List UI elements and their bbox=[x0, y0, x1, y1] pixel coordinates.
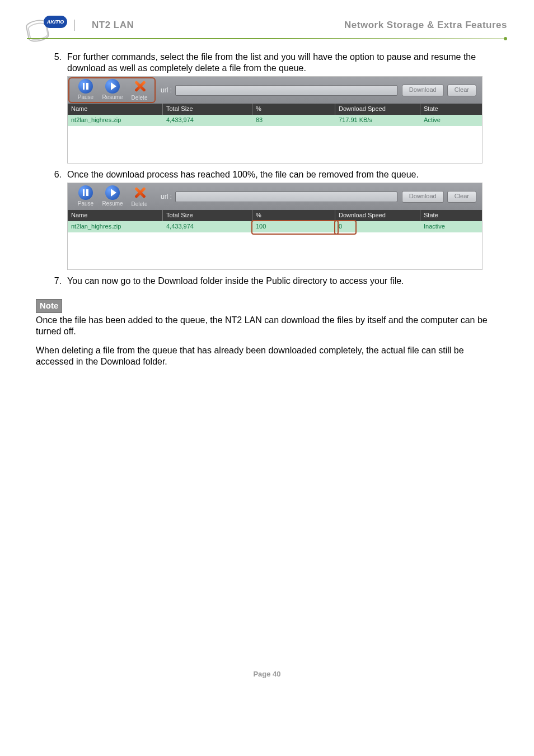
header-divider bbox=[74, 20, 75, 31]
step-6-text: Once the download process has reached 10… bbox=[67, 169, 498, 180]
header-title-right: Network Storage & Extra Features bbox=[344, 20, 507, 31]
table-row[interactable]: nt2lan_highres.zip 4,433,974 100 0 Inact… bbox=[68, 221, 482, 232]
url-label: url : bbox=[161, 193, 172, 201]
url-input[interactable] bbox=[175, 85, 397, 96]
toolbar: Pause Resume Delete url : Do bbox=[68, 77, 482, 104]
step-5: 5. For further commands, select the file… bbox=[36, 52, 498, 74]
pause-icon bbox=[78, 79, 93, 94]
delete-button[interactable]: Delete bbox=[127, 78, 152, 102]
table-row[interactable]: nt2lan_highres.zip 4,433,974 83 717.91 K… bbox=[68, 115, 482, 126]
brand-logo-text: AKITIO bbox=[44, 16, 67, 28]
toolbar: Pause Resume Delete url : Do bbox=[68, 183, 482, 210]
grid-header: Name Total Size % Download Speed State bbox=[68, 104, 482, 115]
pause-label: Pause bbox=[78, 94, 93, 101]
delete-label: Delete bbox=[132, 95, 148, 102]
cell-name: nt2lan_highres.zip bbox=[68, 115, 163, 126]
step-7-number: 7. bbox=[36, 276, 67, 287]
cell-percent: 83 bbox=[252, 115, 335, 126]
col-state[interactable]: State bbox=[420, 210, 482, 221]
url-label: url : bbox=[161, 86, 172, 95]
col-name[interactable]: Name bbox=[68, 104, 163, 115]
grid-header: Name Total Size % Download Speed State bbox=[68, 210, 482, 221]
cell-size: 4,433,974 bbox=[163, 115, 252, 126]
url-input[interactable] bbox=[175, 192, 397, 202]
brand-logo: AKITIO bbox=[27, 16, 67, 35]
grid-empty-area bbox=[68, 232, 482, 269]
delete-x-icon bbox=[132, 185, 147, 200]
play-icon bbox=[105, 79, 120, 94]
grid-empty-area bbox=[68, 126, 482, 163]
command-group: Pause Resume Delete bbox=[68, 184, 156, 209]
screenshot-completed: Pause Resume Delete url : Do bbox=[67, 183, 483, 270]
cell-percent: 100 bbox=[252, 221, 335, 232]
cell-state: Inactive bbox=[420, 221, 482, 232]
step-5-text: For further commands, select the file fr… bbox=[67, 52, 498, 74]
download-button[interactable]: Download bbox=[402, 191, 444, 203]
cell-speed: 0 bbox=[335, 221, 420, 232]
cell-state: Active bbox=[420, 115, 482, 126]
cell-size: 4,433,974 bbox=[163, 221, 252, 232]
col-percent[interactable]: % bbox=[252, 210, 335, 221]
resume-label: Resume bbox=[102, 200, 123, 208]
clear-button[interactable]: Clear bbox=[447, 85, 476, 96]
cell-speed: 717.91 KB/s bbox=[335, 115, 420, 126]
step-5-number: 5. bbox=[36, 52, 67, 63]
col-speed[interactable]: Download Speed bbox=[335, 210, 420, 221]
delete-button[interactable]: Delete bbox=[127, 185, 152, 208]
col-state[interactable]: State bbox=[420, 104, 482, 115]
col-name[interactable]: Name bbox=[68, 210, 163, 221]
clear-button[interactable]: Clear bbox=[447, 191, 476, 203]
resume-button[interactable]: Resume bbox=[100, 185, 125, 208]
pause-icon bbox=[78, 185, 93, 200]
cell-name: nt2lan_highres.zip bbox=[68, 221, 163, 232]
note-paragraph-2: When deleting a file from the queue that… bbox=[36, 345, 498, 367]
col-size[interactable]: Total Size bbox=[163, 210, 252, 221]
play-icon bbox=[105, 185, 120, 200]
pause-button[interactable]: Pause bbox=[73, 79, 99, 101]
resume-label: Resume bbox=[102, 94, 123, 101]
col-size[interactable]: Total Size bbox=[163, 104, 252, 115]
header-title-left: NT2 LAN bbox=[92, 20, 134, 31]
note-badge: Note bbox=[36, 299, 62, 313]
pause-label: Pause bbox=[78, 200, 93, 208]
page-footer: Page 40 bbox=[27, 670, 507, 678]
header-rule bbox=[27, 38, 507, 39]
delete-x-icon bbox=[132, 78, 147, 94]
step-7: 7. You can now go to the Download folder… bbox=[36, 276, 498, 287]
step-7-text: You can now go to the Download folder in… bbox=[67, 276, 498, 287]
note-paragraph-1: Once the file has been added to the queu… bbox=[36, 315, 498, 337]
step-6-number: 6. bbox=[36, 169, 67, 180]
screenshot-downloading: Pause Resume Delete url : Do bbox=[67, 76, 483, 164]
page-header: AKITIO NT2 LAN Network Storage & Extra F… bbox=[27, 0, 507, 38]
pause-button[interactable]: Pause bbox=[73, 185, 99, 208]
resume-button[interactable]: Resume bbox=[100, 79, 125, 101]
col-percent[interactable]: % bbox=[252, 104, 335, 115]
command-group-highlight: Pause Resume Delete bbox=[68, 77, 156, 103]
col-speed[interactable]: Download Speed bbox=[335, 104, 420, 115]
step-6: 6. Once the download process has reached… bbox=[36, 169, 498, 180]
delete-label: Delete bbox=[132, 201, 148, 208]
download-button[interactable]: Download bbox=[402, 85, 444, 96]
